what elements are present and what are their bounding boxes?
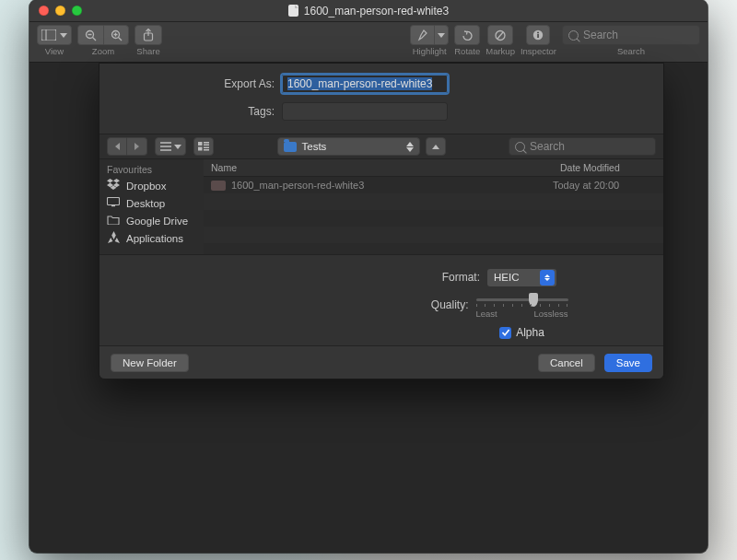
toolbar-view-label: View [45,46,64,56]
svg-rect-23 [204,149,209,151]
quality-least-label: Least [476,309,497,319]
sidebar-item-label: Desktop [126,198,165,209]
sidebar-item-dropbox[interactable]: Dropbox [99,177,204,194]
sheet-footer: New Folder Cancel Save [99,345,663,379]
svg-rect-18 [198,142,203,146]
toolbar-search-field[interactable]: Search [562,25,700,45]
nav-back-button[interactable] [107,137,127,156]
toolbar-share-label: Share [136,46,159,56]
toolbar-markup-label: Markup [485,46,515,56]
toolbar-markup-group: Markup [485,25,515,56]
svg-rect-13 [538,34,540,38]
sidebar-item-google-drive[interactable]: Google Drive [99,212,204,229]
file-browser: Favourites Dropbox Desktop [99,159,663,255]
toolbar-view-group: View [37,25,72,56]
folder-icon [107,215,120,228]
tags-input[interactable] [282,102,448,121]
sidebar-header: Favourites [99,159,204,177]
toolbar-zoom-group: Zoom [77,25,129,56]
file-row-empty [204,227,663,243]
document-icon [288,5,298,17]
toolbar-inspector-group: Inspector [521,25,556,56]
chevron-left-icon [115,143,120,150]
svg-rect-25 [111,205,115,206]
svg-rect-22 [204,147,209,149]
file-row-empty [204,210,663,227]
markup-button[interactable] [487,25,513,45]
new-folder-button[interactable]: New Folder [111,354,189,372]
save-button[interactable]: Save [604,354,652,372]
minimize-window-button[interactable] [55,6,65,16]
column-name[interactable]: Name [204,159,553,176]
highlight-menu-button[interactable] [434,25,449,45]
quality-slider[interactable] [476,291,568,308]
sidebar-item-label: Google Drive [126,216,188,227]
nav-back-forward [107,137,147,156]
toolbar-rotate-label: Rotate [454,46,480,56]
view-mode-button[interactable] [37,25,72,45]
toolbar: View Zoom Share [29,22,708,63]
zoom-out-icon [85,29,97,41]
popup-arrows-icon [406,142,414,152]
svg-rect-19 [204,142,209,144]
export-as-input[interactable] [282,75,448,93]
close-window-button[interactable] [39,6,49,16]
sidebar-icon [41,29,56,41]
toolbar-share-group: Share [135,25,162,56]
zoom-window-button[interactable] [72,6,82,16]
zoom-out-button[interactable] [77,25,103,45]
toolbar-rotate-group: Rotate [454,25,480,56]
share-button[interactable] [135,25,162,45]
titlebar: 1600_man-person-red-white3 [29,0,708,22]
svg-line-3 [93,37,97,41]
search-icon [568,30,579,41]
alpha-checkbox-row[interactable]: Alpha [499,326,544,339]
path-popup[interactable]: Tests [277,137,420,156]
svg-rect-24 [108,197,120,204]
sheet-top-section: Export As: Tags: [99,64,663,134]
svg-rect-21 [198,147,203,151]
zoom-in-icon [111,29,123,41]
dropbox-icon [107,179,120,192]
rotate-icon [461,29,474,41]
export-as-label: Export As: [99,77,282,90]
export-save-sheet: Export As: Tags: T [99,63,664,379]
check-icon [501,328,510,337]
applications-icon [107,231,120,246]
quality-label: Quality: [195,298,476,311]
folder-icon [284,142,297,152]
popup-knob-icon [540,270,555,286]
collapse-button[interactable] [426,137,446,156]
format-popup[interactable]: HEIC [487,269,556,286]
group-button[interactable] [193,137,214,156]
highlight-button[interactable] [410,25,434,45]
view-list-button[interactable] [155,137,186,156]
sheet-search-field[interactable]: Search [509,137,656,156]
chevron-down-icon [438,33,445,38]
svg-rect-0 [41,29,56,41]
file-name: 1600_man-person-red-white3 [231,180,364,191]
toolbar-highlight-label: Highlight [413,46,447,56]
toolbar-zoom-label: Zoom [92,46,114,56]
highlight-icon [417,29,428,41]
format-label: Format: [206,271,487,284]
sidebar-item-desktop[interactable]: Desktop [99,194,204,212]
format-value: HEIC [494,272,519,283]
toolbar-highlight-group: Highlight [410,25,449,56]
svg-rect-20 [204,145,209,146]
cancel-button[interactable]: Cancel [538,354,595,372]
sidebar-item-label: Applications [126,233,183,244]
desktop-icon [107,197,120,210]
info-icon [532,29,544,41]
alpha-checkbox[interactable] [499,327,511,339]
inspector-button[interactable] [526,25,550,45]
sidebar-item-applications[interactable]: Applications [99,229,204,247]
window-title-text: 1600_man-person-red-white3 [304,5,449,18]
nav-forward-button[interactable] [127,137,147,156]
chevron-down-icon [174,145,181,149]
file-row[interactable]: 1600_man-person-red-white3 Today at 20:0… [204,177,663,193]
zoom-in-button[interactable] [103,25,129,45]
toolbar-search-group: Search Search [562,25,700,56]
rotate-button[interactable] [454,25,480,45]
column-date[interactable]: Date Modified [553,159,663,176]
